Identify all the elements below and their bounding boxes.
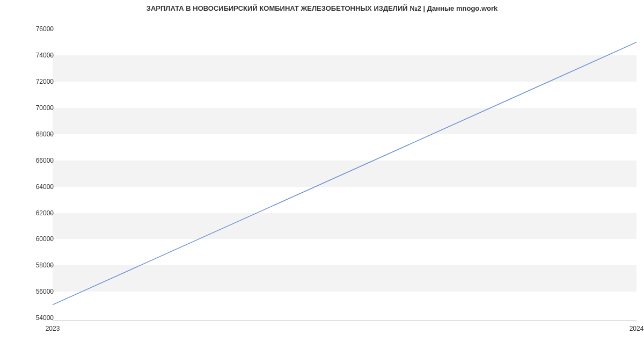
- series-line: [53, 42, 636, 305]
- y-tick-label: 68000: [36, 130, 54, 138]
- y-tick-label: 64000: [36, 183, 54, 191]
- x-tick-label: 2023: [46, 325, 60, 332]
- y-tick-label: 74000: [36, 52, 54, 59]
- y-tick-label: 62000: [36, 209, 54, 217]
- chart-title: ЗАРПЛАТА В НОВОСИБИРСКИЙ КОМБИНАТ ЖЕЛЕЗО…: [0, 4, 644, 12]
- plot-area: 20232024: [53, 23, 636, 321]
- y-tick-label: 70000: [36, 104, 54, 112]
- y-tick-label: 54000: [36, 314, 54, 322]
- y-tick-label: 76000: [36, 25, 54, 33]
- y-tick-label: 66000: [36, 157, 54, 164]
- y-tick-label: 60000: [36, 235, 54, 243]
- x-tick-label: 2024: [630, 325, 644, 332]
- line-series-svg: [53, 23, 636, 321]
- y-tick-label: 58000: [36, 261, 54, 269]
- y-tick-label: 56000: [36, 288, 54, 295]
- y-tick-label: 72000: [36, 78, 54, 85]
- chart-container: ЗАРПЛАТА В НОВОСИБИРСКИЙ КОМБИНАТ ЖЕЛЕЗО…: [0, 0, 644, 349]
